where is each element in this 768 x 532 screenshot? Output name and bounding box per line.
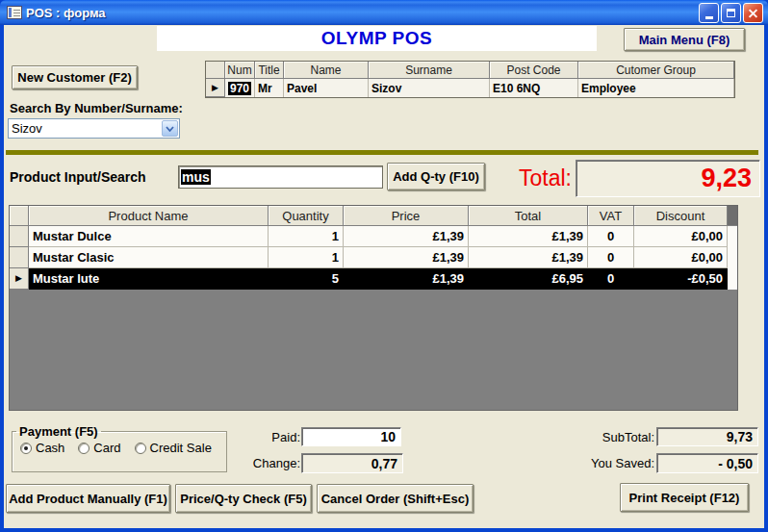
row-selector-header (10, 206, 29, 226)
column-header-customer-group[interactable]: Cutomer Group (578, 62, 734, 79)
header-end-cap (728, 206, 737, 226)
column-header-surname[interactable]: Surname (369, 62, 490, 79)
vat-cell: 0 (588, 247, 634, 268)
product-search-input[interactable]: mus (178, 165, 383, 189)
column-header-name[interactable]: Name (284, 62, 369, 79)
minimize-icon (705, 16, 713, 19)
product-table-empty-area (10, 290, 737, 410)
you-saved-label: You Saved: (577, 456, 654, 470)
price-cell: £1,39 (344, 226, 469, 247)
radio-credit-sale[interactable]: Credit Sale (135, 441, 212, 455)
change-label: Change: (233, 456, 300, 470)
print-receipt-button[interactable]: Print Receipt (F12) (620, 483, 749, 512)
combobox-value: Sizov (9, 121, 161, 136)
form-body: OLYMP POS Main Menu (F8) New Customer (F… (4, 25, 764, 528)
price-qty-check-button[interactable]: Price/Q-ty Check (F5) (175, 484, 312, 513)
column-header-vat[interactable]: VAT (588, 206, 634, 226)
radio-card-icon[interactable] (78, 443, 90, 454)
change-display: 0,77 (301, 453, 403, 473)
subtotal-display: 9,73 (656, 427, 758, 446)
new-customer-button[interactable]: New Customer (F2) (12, 65, 138, 89)
payment-group: Payment (F5) Cash Card Credit Sale (12, 424, 227, 472)
product-input-label: Product Input/Search (10, 169, 146, 185)
discount-cell: £0,00 (634, 226, 728, 247)
row-selector[interactable]: ▶ (10, 268, 29, 290)
radio-cash[interactable]: Cash (20, 441, 64, 455)
customer-row[interactable]: ▶ 970 Mr Pavel Sizov E10 6NQ Employee (206, 79, 734, 97)
close-button[interactable] (743, 3, 763, 23)
product-row[interactable]: Mustar Dulce 1 £1,39 £1,39 0 £0,00 (10, 226, 737, 247)
radio-credit-sale-icon[interactable] (135, 443, 146, 454)
customer-title-cell: Mr (255, 79, 284, 97)
product-row[interactable]: Mustar Clasic 1 £1,39 £1,39 0 £0,00 (10, 247, 737, 268)
customer-table-header: Num Title Name Surname Post Code Cutomer… (206, 62, 734, 79)
main-menu-button[interactable]: Main Menu (F8) (624, 28, 745, 51)
total-value: 9,23 (701, 164, 752, 193)
maximize-icon (727, 9, 735, 17)
you-saved-display: - 0,50 (656, 453, 758, 473)
minimize-button[interactable] (699, 3, 719, 23)
customer-group-cell: Employee (578, 79, 734, 97)
discount-cell: -£0,50 (634, 268, 728, 290)
product-row[interactable]: ▶ Mustar lute 5 £1,39 £6,95 0 -£0,50 (10, 268, 737, 290)
current-record-arrow-icon: ▶ (15, 274, 22, 283)
title-bar[interactable]: POS : форма (0, 0, 768, 25)
column-header-price[interactable]: Price (344, 206, 469, 226)
row-selector[interactable] (10, 247, 29, 268)
product-table: Product Name Quantity Price Total VAT Di… (9, 205, 738, 411)
column-header-product-name[interactable]: Product Name (29, 206, 269, 226)
customer-postcode-cell: E10 6NQ (490, 79, 578, 97)
radio-cash-icon[interactable] (20, 443, 32, 454)
line-total-cell: £1,39 (469, 247, 588, 268)
quantity-cell: 5 (269, 268, 344, 290)
section-divider (6, 150, 758, 155)
column-header-quantity[interactable]: Quantity (269, 206, 344, 226)
row-selector[interactable] (10, 226, 29, 247)
customer-name-cell: Pavel (284, 79, 369, 97)
customer-table: Num Title Name Surname Post Code Cutomer… (205, 61, 735, 98)
pos-window: POS : форма OLYMP POS Main Menu (F8) New… (0, 0, 768, 532)
vat-cell: 0 (588, 268, 634, 290)
product-table-header: Product Name Quantity Price Total VAT Di… (10, 206, 737, 226)
column-header-total[interactable]: Total (469, 206, 588, 226)
row-selector-header (206, 62, 225, 79)
radio-card[interactable]: Card (78, 441, 120, 455)
column-header-num[interactable]: Num (225, 62, 255, 79)
payment-group-label: Payment (F5) (16, 424, 101, 439)
customer-num-cell: 970 (225, 79, 255, 97)
column-header-postcode[interactable]: Post Code (490, 62, 578, 79)
product-name-cell: Mustar Dulce (29, 226, 269, 247)
app-title-banner: OLYMP POS (157, 26, 597, 51)
window-title: POS : форма (26, 6, 699, 20)
form-icon (7, 6, 22, 19)
customer-search-combobox[interactable]: Sizov (8, 118, 180, 139)
paid-label: Paid: (233, 430, 300, 444)
maximize-button[interactable] (721, 3, 741, 23)
price-cell: £1,39 (344, 268, 469, 290)
chevron-down-icon[interactable] (162, 120, 178, 137)
vat-cell: 0 (588, 226, 634, 247)
customer-surname-cell: Sizov (369, 79, 490, 97)
cancel-order-button[interactable]: Cancel Order (Shift+Esc) (317, 484, 474, 513)
discount-cell: £0,00 (634, 247, 728, 268)
product-name-cell: Mustar lute (29, 268, 269, 290)
line-total-cell: £6,95 (469, 268, 588, 290)
product-name-cell: Mustar Clasic (29, 247, 269, 268)
current-record-arrow-icon: ▶ (212, 84, 218, 92)
total-label: Total: (502, 165, 572, 191)
quantity-cell: 1 (269, 226, 344, 247)
quantity-cell: 1 (269, 247, 344, 268)
column-header-title[interactable]: Title (255, 62, 284, 79)
add-product-manually-button[interactable]: Add Product Manually (F1) (6, 484, 170, 513)
customer-search-label: Search By Number/Surname: (10, 101, 183, 115)
total-display: 9,23 (576, 160, 760, 197)
app-title: OLYMP POS (321, 28, 432, 49)
paid-input[interactable]: 10 (301, 427, 401, 446)
selected-input-text: mus (181, 169, 211, 185)
close-icon (744, 4, 762, 22)
row-selector[interactable]: ▶ (206, 79, 225, 97)
add-qty-button[interactable]: Add Q-ty (F10) (387, 163, 485, 190)
price-cell: £1,39 (344, 247, 469, 268)
column-header-discount[interactable]: Discount (634, 206, 728, 226)
line-total-cell: £1,39 (469, 226, 588, 247)
